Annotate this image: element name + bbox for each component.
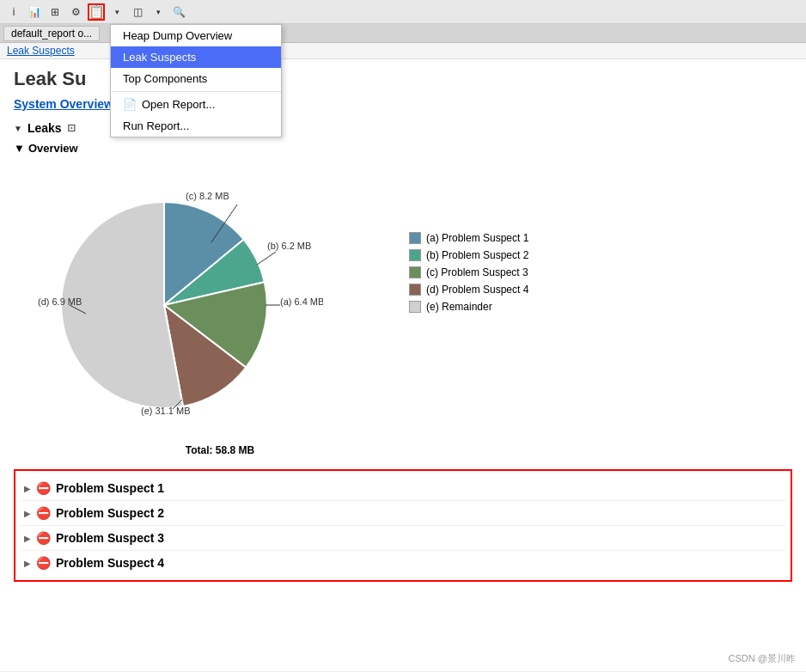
suspect-error-icon-2: ⛔	[36, 506, 51, 520]
suspect-arrow-3: ▶	[24, 534, 31, 543]
suspect-item-1[interactable]: ▶ ⛔ Problem Suspect 1	[21, 476, 785, 501]
label-a: (a) 6.4 MB	[280, 296, 323, 307]
leaks-info-icon: ⊡	[67, 122, 76, 134]
toolbar-icon-chart[interactable]: 📊	[26, 3, 43, 21]
toolbar-icon-grid[interactable]: ⊞	[46, 3, 64, 21]
leaks-arrow-icon[interactable]: ▼	[14, 124, 22, 133]
suspect-error-icon-1: ⛔	[36, 481, 51, 495]
suspect-label-3: Problem Suspect 3	[56, 531, 164, 545]
suspect-arrow-1: ▶	[24, 484, 31, 493]
chart-area: (c) 8.2 MB (b) 6.2 MB (a) 6.4 MB (d) 6.9…	[14, 163, 792, 455]
dropdown-item-leak-suspects[interactable]: Leak Suspects	[111, 46, 281, 68]
pie-chart-svg: (c) 8.2 MB (b) 6.2 MB (a) 6.4 MB (d) 6.9…	[14, 163, 323, 438]
legend-color-d	[409, 284, 421, 296]
suspect-item-2[interactable]: ▶ ⛔ Problem Suspect 2	[21, 501, 785, 526]
suspect-item-4[interactable]: ▶ ⛔ Problem Suspect 4	[21, 551, 785, 575]
main-content: Leak Su System Overview ▼ Leaks ⊡ ▼ Over…	[0, 59, 806, 671]
suspect-error-icon-4: ⛔	[36, 556, 51, 570]
toolbar: i 📊 ⊞ ⚙ 📋 ▾ ◫ ▾ 🔍	[0, 0, 806, 24]
toolbar-icon-dropdown-arrow[interactable]: ▾	[108, 3, 125, 21]
label-b: (b) 6.2 MB	[267, 241, 311, 251]
label-e: (e) 31.1 MB	[141, 406, 190, 416]
dropdown-divider	[111, 91, 281, 92]
legend-color-b	[409, 249, 421, 261]
toolbar-icon-export[interactable]: ◫	[129, 3, 146, 21]
legend-item-b: (b) Problem Suspect 2	[409, 249, 528, 261]
legend-label-e: (e) Remainder	[426, 301, 492, 313]
overview-arrow-icon[interactable]: ▼	[14, 142, 25, 155]
overview-label: Overview	[28, 142, 78, 155]
dropdown-item-heap-dump[interactable]: Heap Dump Overview	[111, 25, 281, 46]
legend-color-e	[409, 301, 421, 313]
legend-item-c: (c) Problem Suspect 3	[409, 266, 528, 278]
dropdown-menu: Heap Dump Overview Leak Suspects Top Com…	[110, 24, 282, 137]
toolbar-icon-info[interactable]: i	[5, 3, 22, 21]
dropdown-item-run-report[interactable]: Run Report...	[111, 115, 281, 137]
legend-label-c: (c) Problem Suspect 3	[426, 266, 528, 278]
watermark: CSDN @景川昨	[729, 652, 796, 665]
legend-color-a	[409, 232, 421, 244]
dropdown-item-open-report[interactable]: 📄 Open Report...	[111, 94, 281, 115]
legend-item-a: (a) Problem Suspect 1	[409, 232, 528, 244]
label-c: (c) 8.2 MB	[186, 191, 229, 201]
suspect-arrow-4: ▶	[24, 559, 31, 568]
legend-item-e: (e) Remainder	[409, 301, 528, 313]
legend-item-d: (d) Problem Suspect 4	[409, 284, 528, 296]
suspect-label-1: Problem Suspect 1	[56, 481, 164, 495]
suspect-label-2: Problem Suspect 2	[56, 506, 164, 520]
arrow-b	[257, 252, 276, 265]
legend-label-b: (b) Problem Suspect 2	[426, 249, 528, 261]
suspect-arrow-2: ▶	[24, 509, 31, 518]
legend-label-a: (a) Problem Suspect 1	[426, 232, 528, 244]
suspect-item-3[interactable]: ▶ ⛔ Problem Suspect 3	[21, 526, 785, 551]
legend-color-c	[409, 266, 421, 278]
label-d: (d) 6.9 MB	[38, 296, 82, 307]
overview-section-header: ▼ Overview	[14, 142, 792, 155]
toolbar-icon-search[interactable]: 🔍	[170, 3, 187, 21]
toolbar-icon-report-active[interactable]: 📋	[88, 3, 105, 21]
toolbar-icon-settings[interactable]: ⚙	[67, 3, 84, 21]
tab-default-report[interactable]: default_report o...	[3, 26, 100, 41]
open-report-label: Open Report...	[142, 98, 215, 111]
suspect-error-icon-3: ⛔	[36, 531, 51, 545]
legend: (a) Problem Suspect 1 (b) Problem Suspec…	[409, 232, 528, 318]
leaks-label: Leaks	[27, 121, 62, 135]
pie-chart: (c) 8.2 MB (b) 6.2 MB (a) 6.4 MB (d) 6.9…	[14, 163, 375, 455]
toolbar-icon-export-arrow[interactable]: ▾	[150, 3, 167, 21]
dropdown-item-top-components[interactable]: Top Components	[111, 68, 281, 89]
suspect-label-4: Problem Suspect 4	[56, 556, 164, 570]
legend-label-d: (d) Problem Suspect 4	[426, 284, 528, 296]
chart-total: Total: 58.8 MB	[65, 444, 375, 456]
suspects-container: ▶ ⛔ Problem Suspect 1 ▶ ⛔ Problem Suspec…	[14, 469, 792, 582]
open-report-icon: 📄	[123, 98, 137, 111]
